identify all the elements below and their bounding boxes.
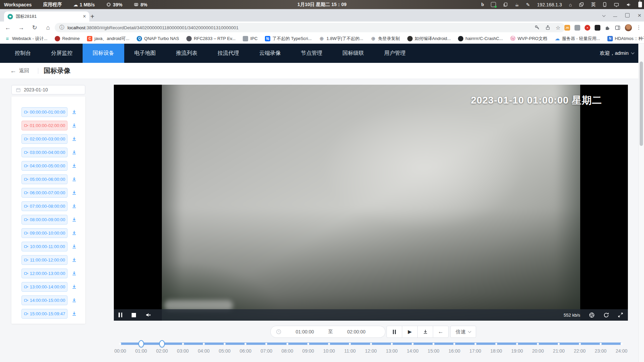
browser-reload-icon[interactable]: ↻: [30, 22, 40, 34]
bookmark-item[interactable]: RFC2833 – RTP Ev...: [186, 36, 235, 41]
display-tray-icon[interactable]: [614, 2, 619, 7]
bookmark-item[interactable]: IPC: [243, 36, 258, 41]
input-method-indicator[interactable]: 英: [591, 2, 596, 8]
download-icon[interactable]: [72, 244, 77, 249]
browser-home-icon[interactable]: ⌂: [43, 22, 53, 34]
browser-back-icon[interactable]: ←: [3, 22, 13, 34]
back-arrow-icon[interactable]: ←: [10, 67, 16, 75]
snapshot-aperture-icon[interactable]: [589, 312, 595, 318]
recording-segment-button[interactable]: 06:00:00-07:00:00: [21, 188, 67, 198]
recording-segment-button[interactable]: 15:00:00-15:09:47: [21, 309, 67, 319]
download-icon[interactable]: [72, 217, 77, 222]
close-window-icon[interactable]: ×: [638, 12, 641, 18]
side-panel-icon[interactable]: [615, 25, 620, 31]
recording-segment-button[interactable]: 04:00:00-05:00:00: [21, 161, 67, 171]
bookmark-item[interactable]: ⊕免登录复制: [371, 36, 400, 42]
download-icon[interactable]: [72, 150, 77, 155]
bookmark-item[interactable]: ⊕1.8W字|了不起的...: [319, 36, 363, 42]
download-icon[interactable]: [72, 297, 77, 303]
scrollbar-thumb[interactable]: [640, 62, 643, 146]
battery-icon[interactable]: [638, 2, 642, 7]
browser-forward-icon[interactable]: →: [16, 22, 26, 34]
timeline-handle[interactable]: [159, 340, 165, 348]
maximize-window-icon[interactable]: [625, 13, 630, 17]
start-time-input[interactable]: 01:00:00: [281, 329, 328, 334]
seek-start-button[interactable]: ←: [433, 326, 449, 338]
recording-segment-button[interactable]: 02:00:00-03:00:00: [21, 134, 67, 144]
back-button[interactable]: 返回: [19, 68, 29, 74]
url-input[interactable]: ⓘ localhost:38080/#/gbRecordDetail/34020…: [55, 23, 565, 32]
nav-tab-6[interactable]: 拉流代理: [208, 44, 249, 63]
download-button[interactable]: [417, 326, 433, 338]
nav-tab-3[interactable]: 国标设备: [83, 44, 124, 63]
date-picker-input[interactable]: 2023-01-10: [11, 85, 85, 94]
pen-tray-icon[interactable]: ✎: [526, 2, 530, 7]
minimize-window-icon[interactable]: [613, 16, 617, 17]
clock-date[interactable]: 1月10日 星期二 15：09: [297, 2, 347, 8]
clipboard-tray-icon[interactable]: [503, 2, 508, 7]
tab-close-icon[interactable]: ×: [83, 14, 86, 19]
timeline-handle[interactable]: [138, 340, 144, 348]
recording-segment-button[interactable]: 12:00:00-13:00:00: [21, 269, 67, 278]
download-icon[interactable]: [72, 136, 77, 142]
bookmark-item[interactable]: ☁服务器 - 轻量应用...: [555, 36, 600, 42]
browser-tab[interactable]: 国标28181 ×: [4, 11, 89, 22]
bookmark-item[interactable]: ≡Webstack - 设计...: [5, 36, 47, 42]
extension-icon[interactable]: [574, 25, 580, 31]
bookmark-item[interactable]: 如何编译Android...: [407, 36, 451, 42]
recording-segment-button[interactable]: 13:00:00-14:00:00: [21, 282, 67, 292]
phone-tray-icon[interactable]: [603, 2, 607, 7]
share-icon[interactable]: [545, 25, 550, 30]
download-icon[interactable]: [72, 257, 77, 263]
recording-segment-button[interactable]: 01:00:00-02:00:00: [21, 121, 67, 130]
download-icon[interactable]: [72, 176, 77, 182]
browser-menu-icon[interactable]: ⋮: [636, 25, 641, 31]
recording-segment-button[interactable]: 00:00:00-01:00:00: [21, 107, 67, 117]
bookmark-item[interactable]: 知了不起的 TypeScri...: [265, 36, 312, 42]
recording-segment-button[interactable]: 14:00:00-15:00:00: [21, 295, 67, 305]
player-refresh-icon[interactable]: [603, 312, 609, 318]
recording-segment-button[interactable]: 05:00:00-06:00:00: [21, 174, 67, 184]
bing-tray-icon[interactable]: b: [481, 2, 484, 7]
nav-tab-8[interactable]: 节点管理: [291, 44, 332, 63]
home-tray-icon[interactable]: ⌂: [569, 2, 572, 7]
recording-segment-button[interactable]: 10:00:00-11:00:00: [21, 242, 67, 251]
download-icon[interactable]: [72, 311, 77, 316]
workspaces-switcher-icon[interactable]: [579, 2, 584, 7]
bookmark-item[interactable]: ⓌWVP-PRO文档: [510, 36, 547, 42]
bookmark-item[interactable]: Cjava、android可...: [87, 36, 129, 42]
new-tab-button[interactable]: +: [88, 12, 97, 21]
end-time-input[interactable]: 02:00:00: [333, 329, 380, 334]
player-mute-icon[interactable]: [145, 312, 151, 318]
download-icon[interactable]: [72, 230, 77, 236]
user-menu[interactable]: 欢迎，admin: [600, 44, 634, 63]
nav-tab-9[interactable]: 国标级联: [332, 44, 374, 63]
fullscreen-icon[interactable]: [618, 312, 623, 318]
nav-tab-2[interactable]: 分屏监控: [41, 44, 83, 63]
recording-segment-button[interactable]: 07:00:00-08:00:00: [21, 201, 67, 211]
bookmark-item[interactable]: QQNAP Turbo NAS: [137, 36, 179, 41]
player-pause-button[interactable]: [119, 313, 122, 317]
nav-tab-10[interactable]: 用户管理: [374, 44, 416, 63]
password-key-icon[interactable]: [535, 25, 540, 30]
workspaces-button[interactable]: Workspaces: [4, 2, 32, 7]
app-indicator-icon[interactable]: [491, 2, 496, 7]
download-icon[interactable]: [72, 271, 77, 276]
play-button[interactable]: ▶: [402, 326, 418, 338]
nav-tab-5[interactable]: 推流列表: [166, 44, 208, 63]
bookmark-item[interactable]: Redmine: [55, 36, 80, 41]
bookmark-star-icon[interactable]: ☆: [556, 25, 560, 31]
download-icon[interactable]: [72, 190, 77, 195]
volume-tray-icon[interactable]: [626, 2, 631, 7]
download-icon[interactable]: [72, 109, 77, 115]
coffee-tray-icon[interactable]: ☕: [515, 2, 519, 7]
extensions-puzzle-icon[interactable]: [605, 25, 610, 31]
profile-avatar[interactable]: [625, 24, 632, 31]
download-icon[interactable]: [72, 203, 77, 209]
site-info-icon[interactable]: ⓘ: [59, 25, 64, 31]
speed-dropdown[interactable]: 倍速: [450, 326, 476, 338]
nav-tab-4[interactable]: 电子地图: [124, 44, 166, 63]
bookmark-item[interactable]: NHDAtmos :: 种子 *...: [607, 36, 644, 42]
js-extension-icon[interactable]: JS: [564, 25, 570, 31]
bookmark-item[interactable]: hairrrrr/C-CrashC...: [458, 36, 503, 41]
